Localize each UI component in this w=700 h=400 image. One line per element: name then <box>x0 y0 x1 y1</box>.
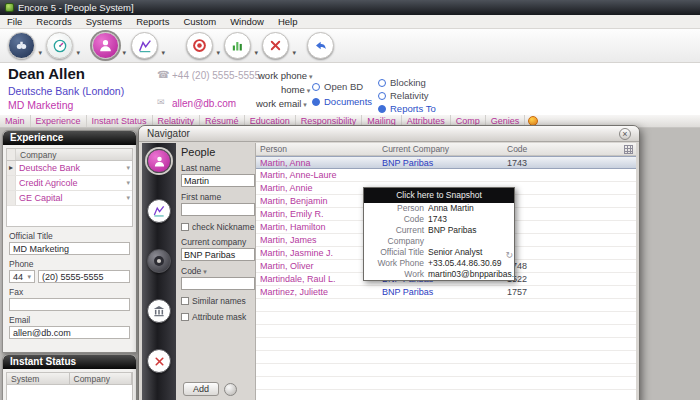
chevron-down-icon[interactable] <box>126 179 132 187</box>
snapshot-fields: Person Anna Martin Code 1743 Current Com… <box>364 203 514 280</box>
add-badge-icon[interactable] <box>224 383 237 396</box>
fax-label: Fax <box>9 287 130 297</box>
radio-label: Documents <box>324 96 372 107</box>
company-row[interactable]: Deutsche Bank <box>7 161 132 176</box>
experience-panel-header[interactable]: Experience <box>3 131 136 145</box>
chevron-down-icon[interactable] <box>161 49 165 57</box>
radio-option[interactable]: Open BD <box>312 81 363 92</box>
company-name: Deutsche Bank <box>16 163 126 173</box>
chevron-down-icon[interactable] <box>76 49 80 57</box>
menu-item[interactable]: Reports <box>129 16 176 27</box>
phone-number-field[interactable]: (20) 5555-5555 <box>38 270 130 283</box>
menu-item[interactable]: File <box>0 16 29 27</box>
add-button[interactable]: Add <box>183 382 219 396</box>
building-nav-button[interactable] <box>147 299 171 323</box>
grid-view-icon[interactable] <box>624 145 633 154</box>
radio-label: Relativity <box>390 90 429 101</box>
similar-names-label: Similar names <box>192 296 246 306</box>
current-company-input[interactable] <box>181 248 255 261</box>
snapshot-field: Current Company BNP Paribas <box>364 225 514 247</box>
tab[interactable]: Experience <box>31 115 87 127</box>
radio-option[interactable]: Blocking <box>378 77 426 88</box>
code-label[interactable]: Code <box>181 266 255 276</box>
fax-field[interactable] <box>9 298 130 311</box>
column-code[interactable]: Code <box>507 144 624 154</box>
chevron-down-icon[interactable] <box>122 49 126 57</box>
people-button[interactable] <box>92 32 119 59</box>
company-column-header[interactable]: Company <box>16 150 56 160</box>
people-nav-button[interactable] <box>147 149 171 173</box>
home-label[interactable]: home <box>281 84 310 95</box>
refresh-icon[interactable]: ↻ <box>505 250 513 260</box>
company-row[interactable]: GE Capital <box>7 191 132 206</box>
last-name-input[interactable] <box>181 174 255 187</box>
chart-button[interactable] <box>131 32 158 59</box>
person-icon <box>98 38 113 53</box>
navigator-titlebar[interactable]: Navigator × <box>139 126 639 142</box>
result-row[interactable]: Martin, Anne-Laure <box>256 169 636 182</box>
similar-names-checkbox[interactable]: Similar names <box>181 296 255 306</box>
official-title-field[interactable]: MD Marketing <box>9 242 130 255</box>
column-current-company[interactable]: Current Company <box>382 144 507 154</box>
snapshot-field-label: Person <box>364 203 428 214</box>
column-header[interactable]: System <box>7 373 70 384</box>
instant-status-header[interactable]: Instant Status <box>3 355 136 369</box>
first-name-input[interactable] <box>181 203 255 216</box>
cell-code: 1757 <box>507 287 636 297</box>
work-email-label[interactable]: work email <box>256 98 307 109</box>
radio-option[interactable]: Reports To <box>378 103 436 114</box>
menu-item[interactable]: Window <box>223 16 271 27</box>
chevron-down-icon[interactable] <box>38 49 42 57</box>
chart-nav-button[interactable] <box>147 199 171 223</box>
chevron-down-icon[interactable] <box>216 49 220 57</box>
column-person[interactable]: Person <box>256 144 382 154</box>
radio-icon <box>312 98 320 106</box>
bar-chart-button[interactable] <box>224 32 251 59</box>
close-icon[interactable]: × <box>619 128 631 140</box>
tools-button[interactable] <box>262 32 289 59</box>
target-nav-button[interactable] <box>147 249 171 273</box>
window-title: Encore 5 - [People System] <box>18 2 134 13</box>
cell-code: 1748 <box>507 261 636 271</box>
attribute-mask-checkbox[interactable]: Attribute mask <box>181 312 255 322</box>
radio-option[interactable]: Documents <box>312 96 372 107</box>
radio-icon <box>378 79 386 87</box>
find-people-button[interactable] <box>8 32 35 59</box>
work-phone-label[interactable]: work phone <box>258 70 313 81</box>
column-header[interactable]: Company <box>70 373 133 384</box>
chevron-down-icon[interactable] <box>126 164 132 172</box>
menu-item[interactable]: Records <box>29 16 78 27</box>
radio-option[interactable]: Relativity <box>378 90 429 101</box>
snapshot-header[interactable]: Click here to Snapshot <box>364 188 514 203</box>
phone-country-field[interactable]: 44 <box>9 270 35 283</box>
email-field[interactable]: allen@db.com <box>9 326 130 339</box>
snapshot-field-label: Work <box>364 269 428 280</box>
snapshot-field-value: martin03@bnpparibas.com <box>428 269 514 280</box>
tools-nav-button[interactable] <box>147 349 171 373</box>
nickname-checkbox[interactable]: check Nickname <box>181 222 255 232</box>
row-marker <box>7 161 16 175</box>
work-phone-value[interactable]: +44 (20) 5555-5555 <box>172 70 260 81</box>
company-row[interactable]: Credit Agricole <box>7 176 132 191</box>
gauge-button[interactable] <box>46 32 73 59</box>
menu-item[interactable]: Systems <box>79 16 129 27</box>
snapshot-field: Work Phone +33.05.44.86.30.69 <box>364 258 514 269</box>
contact-name: Dean Allen <box>8 65 85 82</box>
result-row[interactable]: Martinez, Juliette BNP Paribas 1757 <box>256 286 636 299</box>
contact-company-link[interactable]: Deutsche Bank (London) <box>8 85 124 97</box>
result-row[interactable]: Martin, Anna BNP Paribas 1743 <box>256 156 636 169</box>
snapshot-field-label: Official Title <box>364 247 428 258</box>
menu-item[interactable]: Custom <box>176 16 223 27</box>
gauge-icon <box>52 38 68 54</box>
email-value[interactable]: allen@db.com <box>172 98 236 109</box>
snapshot-field: Work martin03@bnpparibas.com <box>364 269 514 280</box>
tab[interactable]: Main <box>0 115 31 127</box>
target-button[interactable] <box>186 32 213 59</box>
phone-icon <box>157 69 169 80</box>
chevron-down-icon[interactable] <box>126 194 132 202</box>
chevron-down-icon[interactable] <box>292 49 296 57</box>
chevron-down-icon[interactable] <box>254 49 258 57</box>
menu-item[interactable]: Help <box>271 16 305 27</box>
code-input[interactable] <box>181 277 255 290</box>
back-button[interactable] <box>307 32 334 59</box>
